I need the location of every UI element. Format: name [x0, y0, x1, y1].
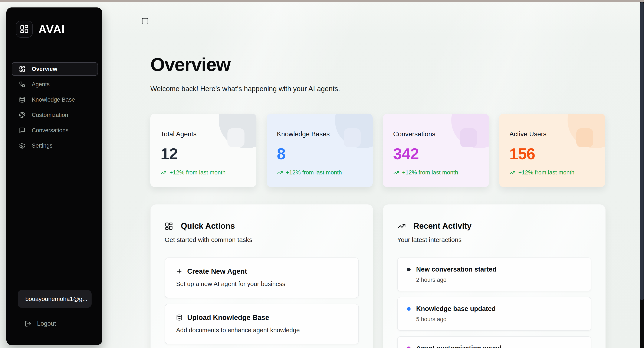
- stat-value: 12: [160, 145, 246, 163]
- page-subtitle: Welcome back! Here's what's happening wi…: [150, 85, 340, 93]
- panel-left-icon: [141, 17, 149, 25]
- stat-trend: +12% from last month: [160, 169, 246, 176]
- sidebar-nav: Overview Agents Knowledge Base Customiza…: [12, 62, 98, 154]
- action-title: Upload Knowledge Base: [187, 314, 269, 322]
- sidebar-item-label: Settings: [32, 142, 52, 149]
- action-description: Set up a new AI agent for your business: [176, 280, 347, 288]
- activity-text: New conversation started 2 hours ago: [416, 266, 496, 283]
- scrollbar[interactable]: [640, 2, 644, 348]
- quick-actions-header: Quick Actions: [164, 222, 359, 231]
- panel-subtitle: Your latest interactions: [397, 236, 592, 244]
- page-title: Overview: [150, 54, 230, 76]
- action-description: Add documents to enhance agent knowledge: [176, 327, 347, 334]
- stat-label: Total Agents: [160, 130, 246, 138]
- stat-label: Conversations: [393, 130, 479, 138]
- sidebar-item-label: Conversations: [32, 127, 68, 134]
- account-email-button[interactable]: bouayounemoha1@g...: [18, 290, 92, 308]
- stat-card-conversations: Conversations 342 +12% from last month: [383, 114, 489, 187]
- sidebar-item-agents[interactable]: Agents: [12, 78, 98, 91]
- upload-knowledge-base-card[interactable]: Upload Knowledge Base Add documents to e…: [164, 304, 359, 344]
- activity-title: New conversation started: [416, 266, 496, 273]
- activity-title: Agent customization saved: [416, 344, 502, 348]
- trending-up-icon: [277, 170, 283, 176]
- action-title: Create New Agent: [187, 267, 247, 276]
- sidebar-item-label: Agents: [32, 81, 50, 88]
- recent-activity-panel: Recent Activity Your latest interactions…: [383, 204, 606, 348]
- stat-value: 342: [393, 145, 479, 163]
- trending-up-icon: [393, 170, 399, 176]
- action-title-row: Create New Agent: [176, 267, 347, 276]
- logout-label: Logout: [37, 320, 56, 327]
- layout-dashboard-icon: [164, 222, 173, 230]
- stat-trend-label: +12% from last month: [518, 169, 574, 176]
- activity-dot: [407, 307, 410, 311]
- stat-card-knowledge-bases: Knowledge Bases 8 +12% from last month: [267, 114, 373, 187]
- sidebar: AVAI Overview Agents Knowledge Base: [6, 8, 102, 345]
- activity-time: 5 hours ago: [416, 316, 496, 323]
- quick-actions-list: Create New Agent Set up a new AI agent f…: [164, 258, 359, 344]
- logout-button[interactable]: Logout: [25, 320, 56, 327]
- palette-icon: [19, 112, 25, 118]
- sidebar-item-settings[interactable]: Settings: [12, 139, 98, 152]
- plus-icon: [176, 268, 182, 274]
- create-new-agent-card[interactable]: Create New Agent Set up a new AI agent f…: [164, 258, 359, 298]
- quick-actions-panel: Quick Actions Get started with common ta…: [150, 204, 373, 348]
- sidebar-item-label: Customization: [32, 112, 68, 118]
- panel-subtitle: Get started with common tasks: [164, 236, 359, 244]
- activity-item-conversation[interactable]: New conversation started 2 hours ago: [397, 258, 592, 291]
- sidebar-item-label: Knowledge Base: [32, 96, 75, 103]
- activity-time: 2 hours ago: [416, 277, 496, 283]
- stat-label: Knowledge Bases: [277, 130, 362, 138]
- logout-icon: [25, 320, 32, 327]
- trending-up-icon: [510, 170, 515, 176]
- activity-item-customization[interactable]: Agent customization saved: [397, 336, 592, 348]
- stat-card-total-agents: Total Agents 12 +12% from last month: [150, 114, 256, 187]
- window-top-strip: [0, 0, 644, 2]
- stat-trend-label: +12% from last month: [286, 169, 342, 176]
- stat-trend: +12% from last month: [277, 169, 362, 176]
- recent-activity-list: New conversation started 2 hours ago Kno…: [397, 258, 592, 348]
- activity-dot: [407, 268, 410, 271]
- database-icon: [19, 96, 25, 103]
- trending-up-icon: [160, 170, 166, 176]
- workflow-icon: [19, 81, 25, 88]
- stat-trend: +12% from last month: [393, 169, 479, 176]
- activity-text: Knowledge base updated 5 hours ago: [416, 305, 496, 323]
- layout-dashboard-icon: [19, 66, 25, 72]
- activity-dot: [407, 346, 410, 348]
- layout-dashboard-icon: [20, 24, 29, 34]
- trending-up-icon: [397, 222, 406, 230]
- action-title-row: Upload Knowledge Base: [176, 314, 347, 322]
- gear-icon: [19, 142, 25, 149]
- brand: AVAI: [16, 21, 65, 38]
- stat-value: 8: [277, 145, 362, 163]
- stat-label: Active Users: [510, 130, 595, 138]
- database-icon: [176, 314, 182, 321]
- sidebar-item-overview[interactable]: Overview: [12, 62, 98, 76]
- message-square-icon: [19, 127, 25, 134]
- activity-text: Agent customization saved: [416, 344, 502, 348]
- stat-card-active-users: Active Users 156 +12% from last month: [499, 114, 605, 187]
- stat-trend: +12% from last month: [510, 169, 595, 176]
- stat-trend-label: +12% from last month: [402, 169, 458, 176]
- app-window: AVAI Overview Agents Knowledge Base: [0, 0, 644, 348]
- sidebar-item-customization[interactable]: Customization: [12, 108, 98, 122]
- stat-trend-label: +12% from last month: [170, 169, 226, 176]
- panel-title: Recent Activity: [413, 222, 472, 231]
- brand-logo: [16, 21, 33, 38]
- brand-name: AVAI: [38, 22, 65, 36]
- panel-title: Quick Actions: [181, 222, 235, 231]
- recent-activity-header: Recent Activity: [397, 222, 592, 231]
- panels-row: Quick Actions Get started with common ta…: [150, 204, 606, 348]
- sidebar-item-label: Overview: [32, 66, 57, 72]
- sidebar-toggle-button[interactable]: [140, 16, 150, 26]
- stats-row: Total Agents 12 +12% from last month Kno…: [150, 114, 605, 187]
- stat-value: 156: [510, 145, 595, 163]
- activity-item-knowledge-base[interactable]: Knowledge base updated 5 hours ago: [397, 297, 592, 331]
- activity-title: Knowledge base updated: [416, 305, 496, 313]
- sidebar-item-conversations[interactable]: Conversations: [12, 124, 98, 137]
- scrollbar-thumb[interactable]: [640, 2, 644, 300]
- sidebar-item-knowledge-base[interactable]: Knowledge Base: [12, 93, 98, 106]
